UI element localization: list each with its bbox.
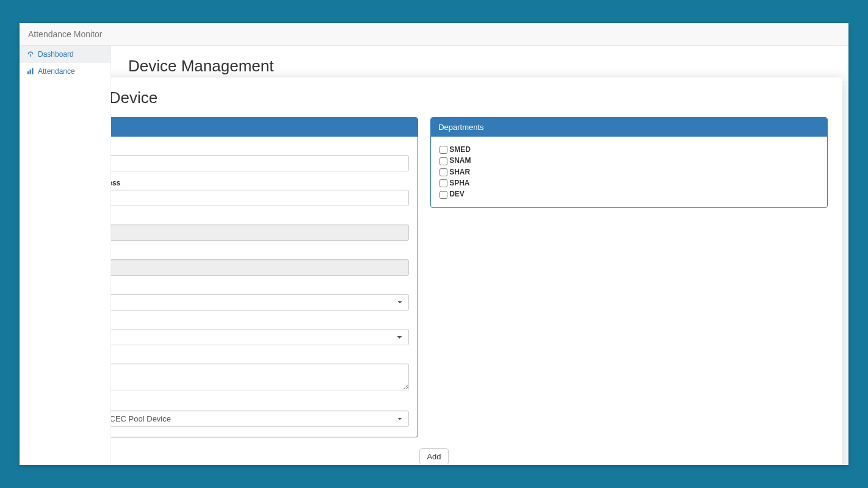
label-notify-offline: Notify Offline: [111, 318, 409, 326]
label-device-identifier: Device Identifier: [111, 144, 409, 152]
svg-rect-2: [32, 68, 33, 74]
dept-item-smed: SMED: [439, 144, 819, 155]
label-device-version: Device Version: [111, 214, 409, 222]
sidebar-item-dashboard[interactable]: Dashboard: [20, 46, 110, 63]
app-window: Attendance Monitor Dashboard Attendance …: [20, 23, 848, 465]
device-identifier-input[interactable]: [111, 155, 409, 171]
sidebar: Dashboard Attendance: [20, 46, 111, 464]
bar-chart-icon: [27, 68, 34, 75]
add-device-modal: Add New Device Device Details Device Ide…: [111, 77, 842, 464]
label-device-location: Device Location: [111, 400, 409, 408]
device-details-panel: Device Details Device Identifier Device …: [111, 117, 418, 437]
nightly-reboot-select[interactable]: Yes: [111, 294, 409, 310]
label-device-status: Device Status: [111, 248, 409, 257]
label-nightly-reboot: Nightly Reboot: [111, 283, 409, 292]
departments-list: SMED SNAM SHAR SPHA DEV: [439, 144, 819, 200]
dept-checkbox-snam[interactable]: [439, 157, 447, 165]
dept-checkbox-dev[interactable]: [439, 191, 447, 199]
device-version-input: [111, 224, 409, 241]
dept-item-spha: SPHA: [439, 178, 819, 188]
modal-title: Add New Device: [111, 88, 828, 107]
sidebar-item-label: Attendance: [38, 67, 75, 76]
panel-header-details: Device Details: [111, 118, 418, 137]
dept-checkbox-shar[interactable]: [439, 168, 447, 176]
notify-offline-select[interactable]: Yes: [111, 329, 409, 345]
svg-rect-1: [30, 70, 31, 74]
device-status-input: [111, 259, 409, 276]
svg-rect-0: [27, 71, 29, 74]
dept-item-dev: DEV: [439, 188, 819, 199]
sidebar-item-attendance[interactable]: Attendance: [20, 63, 110, 80]
panel-header-departments: Departments: [431, 118, 827, 137]
label-device-notes: Device Notes: [111, 353, 409, 361]
topbar: Attendance Monitor: [20, 23, 848, 46]
dept-item-shar: SHAR: [439, 167, 819, 178]
sidebar-item-label: Dashboard: [38, 50, 74, 59]
device-notes-textarea[interactable]: [111, 364, 409, 390]
dept-checkbox-smed[interactable]: [439, 146, 447, 154]
device-location-select[interactable]: [SMED/SNAM] CEC Pool Device: [111, 411, 409, 427]
device-mac-input[interactable]: [111, 190, 409, 206]
app-title: Attendance Monitor: [28, 29, 102, 39]
dept-item-snam: SNAM: [439, 155, 819, 166]
label-device-mac: Device Mac Address: [111, 179, 409, 187]
dashboard-icon: [27, 51, 34, 58]
add-button[interactable]: Add: [419, 448, 448, 464]
page-title: Device Management: [111, 46, 848, 82]
departments-panel: Departments SMED SNAM SHAR SPHA DEV: [430, 117, 828, 208]
dept-checkbox-spha[interactable]: [439, 179, 447, 187]
main-content: Device Management at-nu-01 DJW Pool Devi…: [111, 46, 848, 464]
